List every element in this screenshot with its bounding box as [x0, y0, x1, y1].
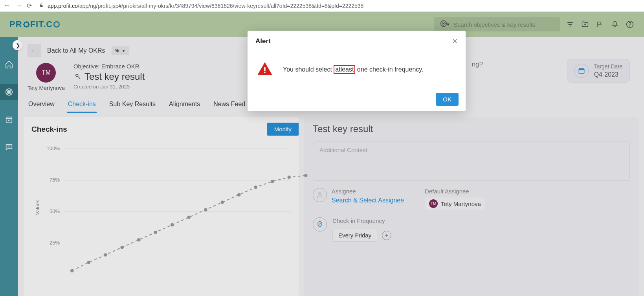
svg-point-20: [9, 92, 10, 93]
svg-line-6: [28, 26, 29, 27]
left-nav-rail: ❯: [0, 37, 18, 296]
bell-icon[interactable]: [610, 20, 620, 29]
logo[interactable]: PRFIT.C: [9, 19, 61, 29]
chevron-down-icon: ▼: [446, 22, 450, 27]
browser-forward-button[interactable]: →: [15, 2, 23, 10]
rail-tasks-icon[interactable]: [0, 112, 18, 127]
svg-rect-46: [264, 67, 265, 71]
url-domain: app.profit.co: [48, 3, 78, 9]
alert-modal: Alert ✕ You should select atleast one ch…: [248, 31, 466, 111]
flag-icon[interactable]: [595, 20, 605, 29]
svg-line-7: [24, 26, 25, 27]
browser-back-button[interactable]: ←: [3, 2, 11, 10]
alert-triangle-icon: [257, 61, 273, 78]
search-input[interactable]: [453, 21, 554, 28]
modal-close-button[interactable]: ✕: [452, 37, 458, 46]
alert-text: You should select atleast one check-in f…: [283, 65, 424, 74]
browser-url[interactable]: app.profit.co/app/ng/profit.jsp#/pr/okrs…: [48, 3, 363, 9]
modal-header: Alert ✕: [248, 31, 466, 52]
svg-point-12: [443, 23, 444, 24]
svg-point-17: [629, 26, 630, 26]
rail-okr-icon[interactable]: [0, 84, 18, 100]
modal-footer: OK: [248, 87, 466, 111]
browser-reload-button[interactable]: ⟳: [27, 2, 32, 9]
header-right: ▼: [434, 17, 635, 31]
svg-rect-21: [6, 117, 12, 123]
rail-home-icon[interactable]: [0, 57, 18, 72]
search-wrapper[interactable]: ▼: [434, 17, 560, 31]
browser-url-bar: ← → ⟳ app.profit.co/app/ng/profit.jsp#/p…: [0, 0, 644, 12]
svg-line-8: [28, 22, 29, 23]
modal-body: You should select atleast one check-in f…: [248, 52, 466, 87]
filter-icon[interactable]: [565, 20, 575, 29]
rail-chat-icon[interactable]: [0, 139, 18, 155]
svg-point-9: [54, 22, 59, 27]
folder-icon[interactable]: [580, 20, 590, 29]
svg-point-0: [24, 22, 29, 27]
alert-text-before: You should select: [283, 66, 334, 73]
help-icon[interactable]: [625, 20, 635, 29]
alert-text-after: one check-in frequency.: [355, 66, 423, 73]
modal-ok-button[interactable]: OK: [436, 93, 459, 106]
svg-rect-47: [264, 72, 265, 73]
alert-highlight-word: atleast: [334, 65, 355, 74]
lock-icon: [39, 3, 44, 9]
svg-line-5: [24, 22, 25, 23]
modal-title: Alert: [255, 37, 271, 45]
url-path: /app/ng/profit.jsp#/pr/okrs/all-my-okrs/…: [78, 3, 363, 9]
